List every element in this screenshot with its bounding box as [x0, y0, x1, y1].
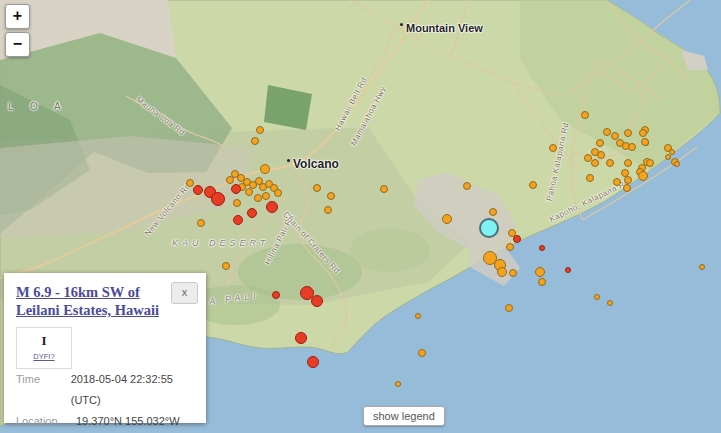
earthquake-marker[interactable] — [513, 235, 521, 243]
earthquake-marker[interactable] — [539, 245, 545, 251]
intensity-value: I — [17, 333, 71, 349]
earthquake-marker[interactable] — [497, 267, 507, 277]
earthquake-marker[interactable] — [231, 184, 241, 194]
row-label: Location — [16, 411, 76, 432]
earthquake-marker[interactable] — [311, 295, 323, 307]
earthquake-marker[interactable] — [193, 185, 203, 195]
zoom-control: + − — [5, 4, 30, 60]
earthquake-marker[interactable] — [628, 143, 636, 151]
earthquake-marker[interactable] — [535, 267, 545, 277]
earthquake-marker[interactable] — [222, 262, 230, 270]
row-value: 19.370°N 155.032°W — [76, 411, 180, 432]
earthquake-marker[interactable] — [233, 215, 243, 225]
row-value: 2018-05-04 22:32:55 (UTC) — [71, 369, 194, 411]
earthquake-marker[interactable] — [197, 219, 205, 227]
earthquake-marker[interactable] — [586, 174, 594, 182]
earthquake-marker[interactable] — [591, 159, 599, 167]
dyfi-button[interactable]: I DYFI? — [16, 327, 72, 369]
earthquake-marker[interactable] — [606, 159, 614, 167]
zoom-out-button[interactable]: − — [5, 32, 30, 57]
earthquake-marker[interactable] — [624, 129, 632, 137]
earthquake-marker[interactable] — [251, 137, 259, 145]
earthquake-marker[interactable] — [266, 201, 278, 213]
earthquake-marker[interactable] — [594, 294, 600, 300]
popup-row-location: Location 19.370°N 155.032°W — [16, 411, 194, 432]
earthquake-marker[interactable] — [247, 208, 257, 218]
earthquake-marker[interactable] — [463, 182, 471, 190]
earthquake-marker-recent[interactable] — [479, 218, 499, 238]
earthquake-marker[interactable] — [506, 243, 514, 251]
earthquake-marker[interactable] — [442, 214, 452, 224]
earthquake-marker[interactable] — [665, 154, 671, 160]
event-title-link[interactable]: M 6.9 - 16km SW of Leilani Estates, Hawa… — [16, 283, 174, 319]
earthquake-marker[interactable] — [260, 164, 270, 174]
earthquake-marker[interactable] — [638, 171, 648, 181]
earthquake-marker[interactable] — [607, 300, 613, 306]
earthquake-marker[interactable] — [211, 192, 225, 206]
earthquake-marker[interactable] — [623, 184, 631, 192]
earthquake-marker[interactable] — [313, 184, 321, 192]
earthquake-marker[interactable] — [596, 139, 604, 147]
earthquake-marker[interactable] — [418, 349, 426, 357]
show-legend-button[interactable]: show legend — [363, 406, 445, 426]
earthquake-marker[interactable] — [226, 176, 234, 184]
earthquake-marker[interactable] — [489, 208, 497, 216]
earthquake-marker[interactable] — [509, 269, 517, 277]
earthquake-marker[interactable] — [639, 129, 647, 137]
event-popup: M 6.9 - 16km SW of Leilani Estates, Hawa… — [4, 273, 206, 423]
earthquake-marker[interactable] — [565, 267, 571, 273]
earthquake-marker[interactable] — [674, 161, 680, 167]
earthquake-marker[interactable] — [186, 179, 194, 187]
earthquake-marker[interactable] — [597, 151, 605, 159]
earthquake-marker[interactable] — [505, 304, 513, 312]
earthquake-marker[interactable] — [262, 192, 270, 200]
earthquake-marker[interactable] — [699, 264, 705, 270]
earthquake-marker[interactable] — [307, 356, 319, 368]
earthquake-marker[interactable] — [549, 144, 557, 152]
row-label: Time — [16, 369, 71, 411]
earthquake-marker[interactable] — [624, 176, 632, 184]
earthquake-marker[interactable] — [254, 194, 262, 202]
earthquake-marker[interactable] — [324, 206, 332, 214]
earthquake-marker[interactable] — [256, 126, 264, 134]
earthquake-marker[interactable] — [233, 199, 241, 207]
earthquake-marker[interactable] — [327, 192, 335, 200]
popup-row-time: Time 2018-05-04 22:32:55 (UTC) — [16, 369, 194, 411]
earthquake-marker[interactable] — [613, 178, 621, 186]
popup-close-button[interactable]: x — [171, 282, 198, 304]
earthquake-map-app: Mountain View Volcano L O A KAU DESERT H… — [0, 0, 721, 433]
earthquake-marker[interactable] — [380, 185, 388, 193]
zoom-in-button[interactable]: + — [5, 4, 30, 29]
earthquake-marker[interactable] — [272, 291, 280, 299]
earthquake-marker[interactable] — [624, 159, 632, 167]
earthquake-marker[interactable] — [245, 188, 253, 196]
earthquake-marker[interactable] — [603, 128, 611, 136]
dyfi-link[interactable]: DYFI? — [17, 352, 71, 361]
earthquake-marker[interactable] — [646, 159, 654, 167]
earthquake-marker[interactable] — [538, 278, 546, 286]
earthquake-marker[interactable] — [295, 332, 307, 344]
earthquake-marker[interactable] — [581, 111, 589, 119]
earthquake-marker[interactable] — [529, 181, 537, 189]
earthquake-marker[interactable] — [641, 138, 649, 146]
earthquake-marker[interactable] — [274, 189, 282, 197]
earthquake-marker[interactable] — [415, 313, 421, 319]
earthquake-marker[interactable] — [395, 381, 401, 387]
